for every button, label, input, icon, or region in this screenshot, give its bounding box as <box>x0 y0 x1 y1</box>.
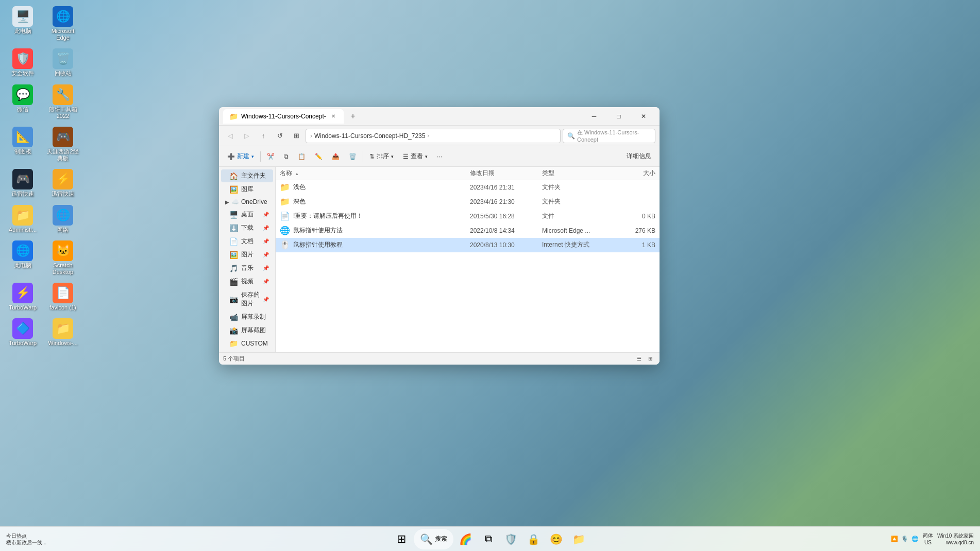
network-icon[interactable]: 🌐 <box>911 536 919 542</box>
rename-button[interactable]: ✏️ <box>311 149 327 164</box>
table-row[interactable]: 📁 浅色 2023/4/16 21:31 文件夹 <box>276 180 660 195</box>
new-button[interactable]: ➕ 新建 ▾ <box>223 149 258 164</box>
file-type-4: Microsoft Edge ... <box>542 227 614 234</box>
news-snippet: 楼市新政后一线... <box>6 539 46 546</box>
desktop: 🖥️ 此电脑 🌐 Microsoft Edge 🛡️ 安全软件 🗑️ 回收站 <box>0 0 980 551</box>
back-button[interactable]: ◁ <box>223 129 238 143</box>
desktop-icon-drawing[interactable]: 📐 制图板 <box>4 125 41 164</box>
delete-button[interactable]: 🗑️ <box>345 149 361 164</box>
sidebar-item-home[interactable]: 🏠 主文件夹 <box>221 169 273 182</box>
search-box[interactable]: 🔍 在 Windows-11-Cursors-Concept <box>563 129 655 143</box>
tray-up-icon[interactable]: 🔼 <box>891 536 898 542</box>
view-button[interactable]: ☰ 查看 ▾ <box>399 149 432 164</box>
desktop-icon-xiyou2[interactable]: 🎮 天涯西游2经典版 <box>44 125 81 164</box>
more-button[interactable]: ··· <box>433 149 446 164</box>
table-row[interactable]: 📁 深色 2023/4/16 21:30 文件夹 <box>276 195 660 209</box>
sidebar-item-music[interactable]: 🎵 音乐 📌 <box>221 262 273 274</box>
file-explorer-taskbar[interactable]: 📁 <box>569 529 589 549</box>
address-path[interactable]: › Windows-11-Cursors-Concept-HD_7235 › <box>306 129 561 143</box>
sidebar-home-label: 主文件夹 <box>241 171 266 180</box>
start-button[interactable]: ⊞ <box>391 529 412 549</box>
emoji-button[interactable]: 😊 <box>546 529 567 549</box>
search-button[interactable]: 🔍 搜索 <box>414 529 453 549</box>
column-date-header[interactable]: 修改日期 <box>470 169 542 178</box>
maximize-button[interactable]: □ <box>607 108 631 125</box>
refresh-button[interactable]: ↺ <box>273 129 287 143</box>
toolbar-sep-2 <box>363 151 363 162</box>
desktop-icon-computer[interactable]: 🖥️ 此电脑 <box>4 4 41 43</box>
sidebar-item-desktop[interactable]: 🖥️ 桌面 📌 <box>221 208 273 221</box>
desktop-icon-turbo2[interactable]: 🔷 TurboWarp <box>4 316 41 349</box>
task-view-button[interactable]: ⧉ <box>478 529 499 549</box>
desktop-icon-antivirus[interactable]: 🛡️ 安全软件 <box>4 46 41 79</box>
minimize-button[interactable]: ─ <box>582 108 606 125</box>
file-type: 文件夹 <box>542 183 614 192</box>
desktop-icon-network[interactable]: 🌐 网络 <box>44 203 81 235</box>
sidebar-item-saved-pics[interactable]: 📷 保存的图片 📌 <box>221 288 273 310</box>
column-type-header[interactable]: 类型 <box>542 169 614 178</box>
explorer-tab[interactable]: 📁 Windows-11-Cursors-Concept- ✕ <box>223 109 344 124</box>
sidebar-item-documents[interactable]: 📄 文档 📌 <box>221 235 273 248</box>
column-size-header[interactable]: 大小 <box>614 169 655 178</box>
file-date: 2023/4/16 21:31 <box>470 184 542 191</box>
sidebar-item-pictures[interactable]: 🖼️ 图片 📌 <box>221 248 273 261</box>
sidebar-item-downloads[interactable]: ⬇️ 下载 📌 <box>221 221 273 234</box>
table-row[interactable]: 🖱️ 鼠标指针使用教程 2020/8/13 10:30 Internet 快捷方… <box>276 238 660 252</box>
desktop-icon-favicon[interactable]: 📄 favicon (1) <box>44 281 81 313</box>
music-icon: 🎵 <box>229 264 238 272</box>
column-name-header[interactable]: 名称 ▲ <box>280 169 470 178</box>
view-toggle-button[interactable]: ⊞ <box>289 129 303 143</box>
desktop-icon-steam[interactable]: 🎮 迅雷快速 <box>4 167 41 199</box>
widgets-button[interactable]: 🌈 <box>455 529 476 549</box>
table-row[interactable]: 🌐 鼠标指针使用方法 2022/10/8 14:34 Microsoft Edg… <box>276 223 660 238</box>
desktop-icon-admin-folder[interactable]: 📁 Administr... <box>4 203 41 235</box>
desktop-icon-ie[interactable]: 🌐 此电脑 <box>4 238 41 278</box>
desktop-icon-wechat[interactable]: 💬 微信 <box>4 82 41 122</box>
desktop-icon-scratch[interactable]: 🐱 Scratch Desktop <box>44 238 81 278</box>
grid-view-button[interactable]: ⊞ <box>645 354 655 364</box>
desktop-icon-recycle[interactable]: 🗑️ 回收站 <box>44 46 81 79</box>
sidebar-item-screenshot[interactable]: 📸 屏幕截图 <box>221 324 273 337</box>
paste-button[interactable]: 📋 <box>294 149 310 164</box>
file-size-3: 0 KB <box>614 213 655 220</box>
sidebar-item-custom[interactable]: 📁 CUSTOM <box>221 337 273 350</box>
tab-close-button[interactable]: ✕ <box>329 112 337 120</box>
desktop-icon-thunder[interactable]: ⚡ 迅雷快速 <box>44 167 81 199</box>
taskbar-icon-5[interactable]: 🔒 <box>523 529 544 549</box>
sidebar-videos-label: 视频 <box>241 277 254 286</box>
share-button[interactable]: 📤 <box>328 149 344 164</box>
sort-button[interactable]: ⇅ 排序 ▾ <box>365 149 398 164</box>
sidebar-item-gallery[interactable]: 🖼️ 图库 <box>221 183 273 196</box>
security-button[interactable]: 🛡️ <box>501 529 521 549</box>
list-view-button[interactable]: ☰ <box>634 354 644 364</box>
desktop-icon-jianbing[interactable]: 🔧 煎饼工具箱2022 <box>44 82 81 122</box>
file-list-header[interactable]: 名称 ▲ 修改日期 类型 大小 <box>276 167 660 180</box>
details-button[interactable]: 详细信息 <box>622 149 655 164</box>
mic-icon[interactable]: 🎙️ <box>901 536 908 542</box>
table-row[interactable]: 📄 !重要：请解压后再使用！ 2015/5/30 16:28 文件 0 KB <box>276 209 660 223</box>
sidebar-music-label: 音乐 <box>241 264 254 272</box>
rename-icon: ✏️ <box>315 153 323 160</box>
search-icon: 🔍 <box>420 533 433 545</box>
news-widget[interactable]: 今日热点 楼市新政后一线... <box>6 532 46 546</box>
desktop-icon-windows-folder[interactable]: 📁 Windows-... <box>44 316 81 349</box>
home-icon: 🏠 <box>229 172 238 180</box>
copy-button[interactable]: ⧉ <box>280 149 293 164</box>
cut-button[interactable]: ✂️ <box>263 149 279 164</box>
file-date-5: 2020/8/13 10:30 <box>470 242 542 249</box>
forward-button[interactable]: ▷ <box>240 129 254 143</box>
desktop-icon-edge[interactable]: 🌐 Microsoft Edge <box>44 4 81 43</box>
sidebar-screen-record-label: 屏幕录制 <box>241 313 266 321</box>
close-button[interactable]: ✕ <box>632 108 655 125</box>
details-label: 详细信息 <box>627 152 651 161</box>
sort-arrow-icon: ▲ <box>295 171 299 176</box>
desktop-icon: 🖥️ <box>229 211 238 219</box>
language-indicator[interactable]: 简体 US <box>923 532 933 546</box>
up-button[interactable]: ↑ <box>256 129 271 143</box>
new-tab-button[interactable]: ＋ <box>346 109 360 124</box>
sidebar-item-videos[interactable]: 🎬 视频 📌 <box>221 275 273 288</box>
win10-notice[interactable]: Win10 系统家园 www.qd8.cn <box>937 532 974 545</box>
desktop-icon-turbowarp[interactable]: ⚡ TurboWarp <box>4 281 41 313</box>
sidebar-item-onedrive[interactable]: ▶ ☁️ OneDrive <box>221 196 273 208</box>
sidebar-item-screen-record[interactable]: 📹 屏幕录制 <box>221 311 273 323</box>
